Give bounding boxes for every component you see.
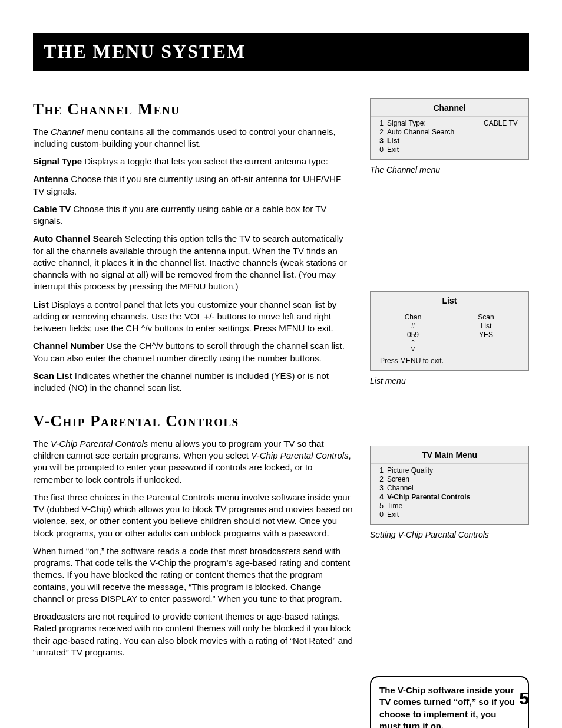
n: 2 [374, 475, 387, 484]
osd-row: 0Exit [374, 146, 525, 154]
t: V-Chip Parental Controls [51, 439, 148, 449]
t: Chan [376, 313, 449, 322]
list-col-scan: Scan List YES [449, 313, 523, 353]
v [484, 146, 525, 154]
label: Antenna [33, 174, 68, 184]
vchip-p2: The first three choices in the Parental … [33, 492, 353, 539]
t: Choose this if you are currently using a… [33, 174, 341, 196]
osd-body: 1Signal Type:CABLE TV 2Auto Channel Sear… [371, 117, 528, 159]
l: Channel [387, 484, 525, 493]
chapter-header: The Menu System [33, 33, 529, 71]
l: V-Chip Parental Controls [387, 493, 525, 502]
t: Scan [449, 313, 523, 322]
l: Signal Type: [387, 119, 484, 128]
n: 1 [374, 119, 387, 128]
osd-footer: Press MENU to exit. [376, 352, 523, 365]
def-channel-number: Channel Number Use the CH^/v buttons to … [33, 340, 353, 364]
vchip-p1: The V-Chip Parental Controls menu allows… [33, 438, 353, 486]
sidebar-column: Channel 1Signal Type:CABLE TV 2Auto Chan… [370, 98, 529, 728]
t: Displays a control panel that lets you c… [33, 299, 336, 334]
osd-list-panel: List Chan # 059 ^ v Scan List YES [370, 291, 529, 371]
osd-row: 3Channel [374, 484, 525, 493]
t: The [33, 439, 51, 449]
def-auto-channel-search: Auto Channel Search Selecting this optio… [33, 233, 353, 292]
osd-body: 1Picture Quality 2Screen 3Channel 4V-Chi… [371, 464, 528, 524]
page-number: 5 [519, 687, 529, 711]
t: Indicates whether the channel number is … [33, 371, 329, 393]
t: Channel [51, 127, 84, 137]
section-heading-channel-menu: The Channel Menu [33, 98, 353, 120]
n: 0 [374, 146, 387, 154]
label: Scan List [33, 371, 72, 381]
list-col-chan: Chan # 059 ^ v [376, 313, 449, 353]
body-column: The Channel Menu The Channel menu contai… [33, 98, 353, 728]
osd-title: List [371, 292, 528, 309]
l: Screen [387, 475, 525, 484]
def-signal-type: Signal Type Displays a toggle that lets … [33, 156, 353, 167]
osd-channel-panel: Channel 1Signal Type:CABLE TV 2Auto Chan… [370, 98, 529, 160]
osd-main-menu-panel: TV Main Menu 1Picture Quality 2Screen 3C… [370, 446, 529, 525]
osd-row: 2Screen [374, 475, 525, 484]
osd-row: 1Picture Quality [374, 466, 525, 475]
n: 2 [374, 128, 387, 137]
osd-caption: The Channel menu [370, 164, 529, 176]
osd-row: 1Signal Type:CABLE TV [374, 119, 525, 128]
n: 1 [374, 466, 387, 475]
t: List [449, 322, 523, 331]
t: The [33, 127, 51, 137]
chevron-down-icon: v [376, 346, 449, 353]
n: 3 [374, 137, 387, 146]
def-antenna: Antenna Choose this if you are currently… [33, 173, 353, 197]
t: V-Chip Parental Controls [251, 450, 348, 460]
l: Exit [387, 146, 484, 154]
l: Time [387, 502, 525, 510]
def-scan-list: Scan List Indicates whether the channel … [33, 370, 353, 394]
section-heading-vchip: V-Chip Parental Controls [33, 410, 353, 431]
t: YES [449, 331, 523, 340]
osd-row-selected: 3List [374, 137, 525, 146]
chapter-title: The Menu System [44, 39, 518, 64]
osd-caption: List menu [370, 375, 529, 387]
t: Displays a toggle that lets you select t… [82, 156, 328, 166]
n: 5 [374, 502, 387, 510]
def-list: List Displays a control panel that lets … [33, 299, 353, 335]
osd-row: 0Exit [374, 510, 525, 519]
channel-intro: The Channel menu contains all the comman… [33, 126, 353, 150]
osd-title: Channel [371, 99, 528, 117]
t: # [376, 322, 449, 331]
n: 0 [374, 510, 387, 519]
label: Auto Channel Search [33, 233, 123, 243]
l: List [387, 137, 484, 146]
label: Signal Type [33, 156, 82, 166]
l: Picture Quality [387, 466, 525, 475]
osd-row-selected: 4V-Chip Parental Controls [374, 493, 525, 502]
l: Exit [387, 510, 525, 519]
l: Auto Channel Search [387, 128, 484, 137]
osd-row: 2Auto Channel Search [374, 128, 525, 137]
n: 4 [374, 493, 387, 502]
osd-body: Chan # 059 ^ v Scan List YES Press MENU … [371, 309, 528, 371]
v: CABLE TV [484, 119, 525, 128]
osd-title: TV Main Menu [371, 446, 528, 464]
label: List [33, 299, 49, 309]
def-cable-tv: Cable TV Choose this if you are currentl… [33, 203, 353, 228]
v [484, 128, 525, 137]
osd-caption: Setting V-Chip Parental Controls [370, 529, 529, 541]
label: Channel Number [33, 341, 104, 351]
label: Cable TV [33, 204, 71, 214]
vchip-p4: Broadcasters are not required to provide… [33, 611, 353, 658]
osd-row: 5Time [374, 502, 525, 510]
vchip-p3: When turned “on,” the software reads a c… [33, 545, 353, 605]
info-callout: The V-Chip software inside your TV comes… [370, 676, 529, 728]
n: 3 [374, 484, 387, 493]
t: Choose this if you are currently using c… [33, 204, 326, 226]
v [484, 137, 525, 146]
